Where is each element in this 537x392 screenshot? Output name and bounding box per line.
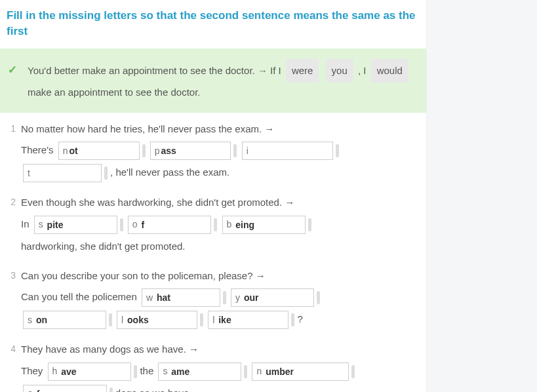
input-field[interactable] [218,315,284,325]
drag-handle[interactable] [134,365,137,378]
main-content: Fill in the missing letters so that the … [0,0,426,392]
example-text-4: make an appointment to see the doctor. [28,87,201,98]
example-fill-1: were [286,59,319,83]
blank-input[interactable]: n [252,363,349,381]
drag-handle[interactable] [109,313,112,326]
blank-input[interactable]: l [208,311,288,329]
answer-text: In [21,218,32,229]
question-number: 4 [7,342,21,392]
blank-input[interactable]: w [142,288,220,307]
drag-handle[interactable] [214,218,217,231]
input-field[interactable] [266,366,344,377]
answer-text: hardworking, she didn't get promoted. [21,235,420,257]
questions-container: 1 No matter how hard he tries, he'll nev… [0,122,426,392]
question-prompt: No matter how hard he tries, he'll never… [21,122,420,137]
blank-input[interactable]: o [23,385,107,392]
answer-text: There's [21,144,56,155]
arrow-icon: → [258,65,268,76]
question-2: 2 Even though she was hardworking, she d… [7,195,420,257]
answer-text: dogs as we have. [115,387,192,392]
answer-text: , he'll never pass the exam. [110,167,229,178]
answer-text: ? [297,313,302,324]
input-field[interactable] [61,366,127,377]
sidebar-panel [426,0,537,392]
exercise-title: Fill in the missing letters so that the … [0,0,426,49]
input-field[interactable] [161,146,226,156]
drag-handle[interactable] [142,144,146,157]
drag-handle[interactable] [244,365,247,378]
input-field[interactable] [70,146,135,156]
drag-handle[interactable] [351,365,355,378]
question-number: 1 [7,122,21,184]
input-field[interactable] [244,292,309,303]
example-text-1: You'd better make an appointment to see … [28,65,258,76]
blank-input[interactable]: p [150,142,231,160]
blank-input[interactable]: i [242,142,333,160]
question-prompt: They have as many dogs as we have. → [21,342,420,357]
question-1: 1 No matter how hard he tries, he'll nev… [7,122,420,184]
drag-handle[interactable] [308,218,311,231]
example-text-2: If I [268,65,284,76]
question-number: 2 [7,195,21,257]
input-field[interactable] [36,315,102,325]
blank-input[interactable]: s [158,363,241,381]
input-field[interactable] [127,315,193,325]
question-3: 3 Can you describe your son to the polic… [7,269,420,331]
drag-handle[interactable] [233,144,237,157]
drag-handle[interactable] [109,387,113,392]
example-fill-3: would [371,59,408,83]
question-prompt: Can you describe your son to the policem… [21,269,420,284]
input-field[interactable] [171,366,237,377]
input-field[interactable] [47,220,113,230]
blank-input[interactable]: s [23,311,106,329]
question-prompt: Even though she was hardworking, she did… [21,195,420,210]
question-number: 3 [7,269,21,331]
blank-input[interactable]: h [48,363,132,381]
example-box: ✓ You'd better make an appointment to se… [0,49,426,113]
drag-handle[interactable] [223,291,226,304]
answer-text: Can you tell the policemen [21,291,140,302]
blank-input[interactable]: l [117,311,197,329]
blank-input[interactable]: t [23,164,102,182]
drag-handle[interactable] [317,291,320,304]
check-icon: ✓ [8,59,17,81]
input-field[interactable] [235,220,301,230]
blank-input[interactable]: y [231,288,314,307]
drag-handle[interactable] [120,218,123,231]
answer-text: They [21,365,46,376]
input-field[interactable] [157,292,216,303]
blank-input[interactable]: n [58,142,140,160]
input-field[interactable] [250,146,328,156]
answer-text: the [140,365,156,376]
drag-handle[interactable] [104,167,108,180]
input-field[interactable] [141,220,207,230]
blank-input[interactable]: b [222,216,306,234]
question-4: 4 They have as many dogs as we have. → T… [7,342,420,392]
example-fill-2: you [326,59,353,83]
blank-input[interactable]: o [128,216,212,234]
drag-handle[interactable] [336,144,339,157]
example-text-3: , I [355,65,369,76]
input-field[interactable] [31,168,97,178]
drag-handle[interactable] [291,313,294,326]
drag-handle[interactable] [200,313,203,326]
input-field[interactable] [37,389,102,392]
blank-input[interactable]: s [34,216,117,234]
